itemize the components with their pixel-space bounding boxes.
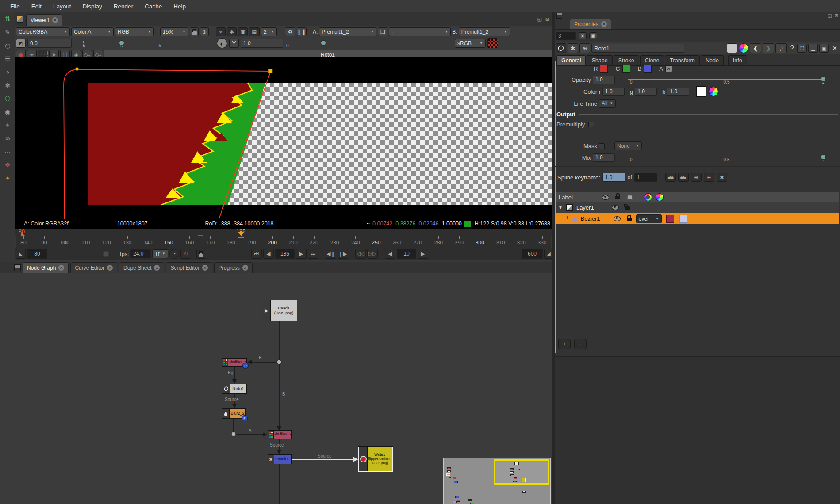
tab-script-editor[interactable]: Script Editor✕ [166,262,212,273]
shape-name[interactable]: Bezier1 [581,215,600,222]
zoom-fit-button[interactable]: ⊕ [200,27,209,36]
menu-help[interactable]: Help [168,3,192,10]
viewer-settings-button[interactable]: ✱ [227,27,237,36]
mix-slider[interactable]: 0 0.5 1 [628,153,825,162]
gain-slider[interactable]: -5 0 5 [73,39,215,48]
checker-background-button[interactable] [487,38,498,48]
increment-button[interactable]: ▶ [418,249,428,259]
color-r-field[interactable]: 1.0 [602,88,625,96]
toolbar-image-icon[interactable]: ⇅ [0,12,15,26]
lock-icon[interactable] [615,196,620,199]
color-b-field[interactable]: 1.0 [667,88,689,96]
color-wheel-icon[interactable] [656,193,664,201]
gain-slider-handle[interactable] [119,40,124,46]
frame-increment-field[interactable]: 10 [397,249,416,259]
add-shape-button[interactable]: + [558,339,571,349]
gear-icon[interactable]: ✱ [568,43,578,53]
close-panel-icon[interactable]: ✕ [832,45,837,52]
step-forward-button[interactable]: ❙▶ [338,249,348,259]
overlay-button[interactable]: ▤ [249,27,260,36]
gamma-icon[interactable]: Y [229,39,239,48]
gamma-slider[interactable]: 0 [285,39,453,48]
eye-icon[interactable] [612,205,619,210]
revert-icon[interactable]: ⤸ [775,43,787,53]
next-keyframe-icon[interactable]: ◆▶ [678,173,689,182]
pane-float-icon[interactable]: ◱ [537,16,541,22]
alpha-select[interactable]: Color.A▼ [71,27,114,36]
toolbar-filter-icon[interactable]: ✻ [0,79,15,92]
shape-color-swatch[interactable] [696,86,706,97]
step-back-button[interactable]: ◀❙ [326,249,336,259]
channel-r-swatch[interactable] [600,65,608,73]
shape-motion-swatch[interactable] [679,215,687,223]
playhead-marker[interactable] [238,232,244,236]
wipe-mode-button[interactable]: ❏ [378,27,387,36]
help-icon[interactable]: ? [790,44,794,52]
layers-icon[interactable]: ▤ [627,194,633,201]
toolbar-views-icon[interactable]: ⋯ [0,145,15,158]
lock-range-button[interactable] [196,249,206,259]
toolbar-other-icon[interactable]: ✦ [0,172,15,185]
goto-start-button[interactable]: ⏮ [251,249,262,259]
gain-field[interactable]: 0.0 [27,39,72,48]
eye-icon[interactable] [602,195,609,200]
contrast-icon[interactable]: ◐ [217,38,227,48]
toolbar-channel-icon[interactable]: ☰ [0,52,15,65]
fps-field[interactable]: 24.0 [130,249,151,258]
timeline-ruler[interactable]: 8090100110120130140150160170180190200210… [16,236,551,248]
channel-g-swatch[interactable] [622,65,630,73]
gamma-slider-handle[interactable] [321,40,326,46]
toolbar-time-icon[interactable]: ◷ [0,39,15,52]
node-graph-minimap[interactable] [443,458,551,504]
next-keyframe-button[interactable]: ▷▷ [367,249,378,259]
toolbar-transform-icon[interactable]: ⌖ [0,118,15,132]
menu-edit[interactable]: Edit [26,3,47,10]
node-graph[interactable]: B Bg B Source A Source Source ▶ Read1(02… [0,273,552,504]
close-icon[interactable]: ✕ [107,265,113,271]
node-color-swatch[interactable] [727,43,737,53]
color-g-field[interactable]: 1.0 [635,88,657,96]
opacity-field[interactable]: 1.0 [593,76,615,84]
viewer-tab[interactable]: Viewer1 ✕ [26,14,62,26]
premultiply-checkbox[interactable] [588,122,594,127]
layer-name[interactable]: Layer1 [576,204,594,211]
pane-float-icon[interactable]: ◱ [828,13,832,18]
toolbar-merge-icon[interactable]: ◉ [0,105,15,118]
prev-keyframe-icon[interactable]: ◀◆ [665,173,676,182]
add-layer-icon[interactable]: ⊕ [579,43,590,53]
b-buffer-select[interactable]: Premult1_2▼ [459,27,510,36]
label-column-header[interactable]: Label [559,194,573,201]
current-frame-field[interactable]: 185 [275,249,295,259]
delete-keyframes-icon[interactable]: ✖ [717,173,727,182]
menu-cache[interactable]: Cache [139,3,168,10]
toolbar-color-icon[interactable]: ◑ [0,65,15,79]
layer-row[interactable]: ▼ Layer1 [556,202,839,213]
tab-progress[interactable]: Progress✕ [214,262,253,273]
goto-end-button[interactable]: ⏭ [308,249,318,259]
tab-dope-sheet[interactable]: Dope Sheet✕ [119,262,164,273]
mix-field[interactable]: 1.0 [593,153,615,162]
node-blur2[interactable]: Blur2_2 P [222,408,246,419]
timeline-mode-select[interactable]: Tf▼ [152,249,168,258]
remove-shape-button[interactable]: - [574,339,587,349]
menu-display[interactable]: Display [77,3,108,10]
a-buffer-select[interactable]: Premult1_2▼ [319,27,376,36]
pixel-sampler-button[interactable]: ⌖ [216,27,226,36]
shape-overlay-swatch[interactable] [666,215,674,223]
play-backward-button[interactable]: ◀ [263,249,274,259]
frame-format-button[interactable]: ▣ [238,27,248,36]
close-icon[interactable]: ✕ [154,265,160,271]
toolbar-draw-icon[interactable]: ✎ [0,26,15,39]
tab-node-graph[interactable]: Node Graph✕ [23,262,69,273]
node-shuffle1[interactable]: Shuffle1_2 P [222,358,247,367]
unlock-icon[interactable] [625,206,630,210]
lock-icon[interactable] [627,218,632,221]
menu-layout[interactable]: Layout [47,3,77,10]
color-ring-icon[interactable] [644,193,652,201]
spline-current-field[interactable]: 1.0 [602,173,625,182]
gamma-field[interactable]: 1.0 [241,39,283,48]
node-shuffle2[interactable]: Shuffle2_2 [268,430,292,439]
proxy-select[interactable]: 2▼ [261,27,277,36]
spline-total-field[interactable]: 1 [634,173,657,182]
close-icon[interactable]: ✕ [58,265,64,271]
